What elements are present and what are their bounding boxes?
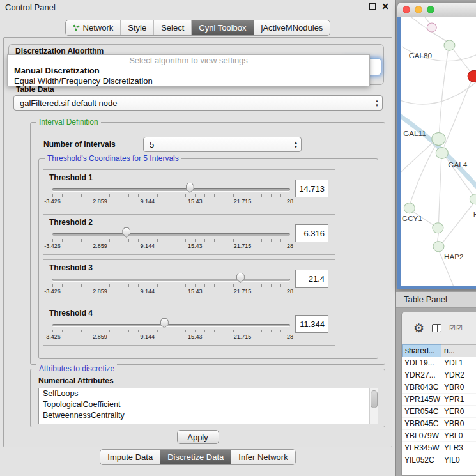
tab-network[interactable]: Network: [66, 20, 121, 35]
dropdown-option-equal-width-frequency[interactable]: Equal Width/Frequency Discretization: [8, 76, 369, 86]
network-canvas[interactable]: GAL80GAL11GAL4GCY1HAP2H: [401, 17, 476, 286]
number-of-intervals-label: Number of Intervals: [43, 140, 116, 149]
apply-button[interactable]: Apply: [177, 430, 219, 444]
slider-track[interactable]: [52, 233, 290, 236]
zoom-traffic-light[interactable]: [427, 6, 434, 13]
close-icon[interactable]: ✕: [381, 2, 389, 11]
close-traffic-light[interactable]: [403, 6, 410, 13]
list-item[interactable]: BetweennessCentrality: [39, 410, 378, 421]
table-row[interactable]: YIL052CYIL0: [402, 454, 476, 466]
dropdown-placeholder-item: Select algorithm to view settings: [8, 55, 369, 66]
stepper-icon[interactable]: ▲▼: [294, 137, 298, 151]
network-node[interactable]: [470, 194, 476, 204]
table-row[interactable]: YER054CYER0: [402, 406, 476, 418]
network-node-label: GCY1: [402, 215, 422, 222]
table-row[interactable]: YBR045CYBR0: [402, 418, 476, 430]
network-node-label: GAL80: [409, 52, 432, 59]
columns-icon[interactable]: [432, 324, 441, 332]
network-edge: [410, 144, 436, 203]
network-edge: [442, 203, 474, 243]
threshold-slider[interactable]: -3.4262.8599.14415.4321.71528: [52, 305, 290, 345]
threshold-1-panel: Threshold 1 -3.4262.8599.14415.4321.7152…: [43, 169, 335, 210]
table-row[interactable]: YDR27...YDR2: [402, 369, 476, 381]
number-of-intervals-combobox[interactable]: 5 ▲▼: [143, 137, 302, 152]
table-row[interactable]: YLR345WYLR3: [402, 442, 476, 454]
table-data-label: Table Data: [16, 85, 54, 94]
network-node[interactable]: [433, 242, 444, 252]
network-node-label: GAL11: [403, 130, 426, 138]
table-panel-title: Table Panel: [404, 295, 447, 304]
numerical-attributes-label: Numerical Attributes: [38, 376, 114, 385]
tab-label: Network: [83, 23, 114, 33]
threshold-value-field[interactable]: 14.713: [295, 180, 328, 197]
threshold-slider[interactable]: -3.4262.8599.14415.4321.71528: [52, 215, 290, 254]
network-node[interactable]: [433, 223, 443, 233]
column-header-name[interactable]: n...: [441, 344, 476, 357]
network-node[interactable]: [427, 23, 436, 32]
slider-thumb[interactable]: [236, 273, 245, 283]
table-panel-window: ⚙ ☑☑ shared... n... YDL19...YDL1 YDR27..…: [401, 312, 476, 476]
tab-label: Infer Network: [238, 452, 288, 462]
tab-infer-network[interactable]: Infer Network: [231, 450, 295, 464]
tab-select[interactable]: Select: [154, 20, 192, 35]
tab-label: Cyni Toolbox: [199, 23, 246, 33]
slider-thumb[interactable]: [186, 183, 194, 193]
numerical-attributes-list: SelfLoops TopologicalCoefficient Between…: [38, 388, 378, 424]
network-node[interactable]: [444, 40, 455, 50]
tab-impute-data[interactable]: Impute Data: [100, 450, 160, 464]
scrollbar-thumb[interactable]: [371, 390, 378, 408]
slider-track[interactable]: [52, 279, 290, 281]
table-row[interactable]: YPR145WYPR1: [402, 394, 476, 406]
table-data-combobox[interactable]: galFiltered.sif default node ▲▼: [13, 95, 383, 111]
table-toolbar: ⚙ ☑☑: [402, 312, 476, 343]
threshold-value-field[interactable]: 11.344: [295, 315, 328, 333]
network-canvas-frame: GAL80GAL11GAL4GCY1HAP2H: [397, 17, 476, 289]
network-window-titlebar: [397, 3, 476, 17]
list-item[interactable]: SelfLoops: [39, 388, 378, 399]
network-node-label: H: [473, 211, 476, 219]
control-panel-window: Control Panel ✕ Network: [0, 0, 396, 476]
slider-thumb[interactable]: [160, 318, 169, 328]
desktop: Control Panel ✕ Network: [0, 0, 476, 476]
table-header-row: shared... n...: [402, 344, 476, 357]
gear-icon[interactable]: ⚙: [413, 322, 424, 334]
threshold-2-panel: Threshold 2 -3.4262.8599.14415.4321.7152…: [43, 214, 335, 255]
slider-thumb[interactable]: [122, 227, 130, 238]
network-node[interactable]: [432, 132, 445, 145]
table-row[interactable]: YDL19...YDL1: [402, 357, 476, 369]
slider-track[interactable]: [52, 324, 290, 326]
tab-discretize-data[interactable]: Discretize Data: [160, 450, 231, 464]
stepper-icon[interactable]: ▲▼: [375, 96, 379, 110]
slider-track[interactable]: [52, 188, 290, 191]
tab-cyni-toolbox[interactable]: Cyni Toolbox: [192, 20, 254, 35]
threshold-value-field[interactable]: 6.316: [295, 224, 328, 242]
float-window-icon[interactable]: [369, 3, 376, 10]
network-edge: [401, 81, 476, 104]
column-header-shared-name[interactable]: shared...: [402, 344, 441, 357]
minimize-traffic-light[interactable]: [415, 6, 422, 13]
network-edge: [440, 50, 449, 132]
window-title: Control Panel: [5, 3, 56, 12]
bottom-tab-bar: Impute Data Discretize Data Infer Networ…: [0, 449, 395, 465]
table-row[interactable]: YBL079WYBL0: [402, 430, 476, 442]
scrollbar[interactable]: [369, 388, 378, 424]
network-node[interactable]: [404, 203, 415, 213]
threshold-4-panel: Threshold 4 -3.4262.8599.14415.4321.7152…: [43, 305, 335, 346]
select-columns-checkboxes-icon[interactable]: ☑☑: [449, 324, 463, 332]
network-node[interactable]: [468, 70, 476, 82]
thresholds-group-legend: Threshold's Coordinates for 5 Intervals: [45, 154, 181, 163]
threshold-slider[interactable]: -3.4262.8599.14415.4321.71528: [52, 170, 290, 210]
network-node-label: HAP2: [444, 253, 463, 261]
dropdown-option-manual-discretization[interactable]: Manual Discretization: [8, 66, 369, 76]
threshold-value-field[interactable]: 21.4: [295, 270, 328, 288]
network-view-window: GAL80GAL11GAL4GCY1HAP2H: [397, 3, 476, 289]
interval-definition-legend: Interval Definition: [36, 118, 101, 127]
cyni-toolbox-panel: Discretization Algorithm Select algorith…: [3, 37, 392, 447]
table-row[interactable]: YBR043CYBR0: [402, 381, 476, 394]
list-item[interactable]: TopologicalCoefficient: [39, 399, 378, 410]
network-node[interactable]: [436, 147, 448, 158]
tab-jactivemnodules[interactable]: jActiveMNodules: [254, 20, 330, 35]
threshold-slider[interactable]: -3.4262.8599.14415.4321.71528: [52, 260, 290, 300]
network-edge: [437, 233, 438, 242]
tab-style[interactable]: Style: [121, 20, 154, 35]
